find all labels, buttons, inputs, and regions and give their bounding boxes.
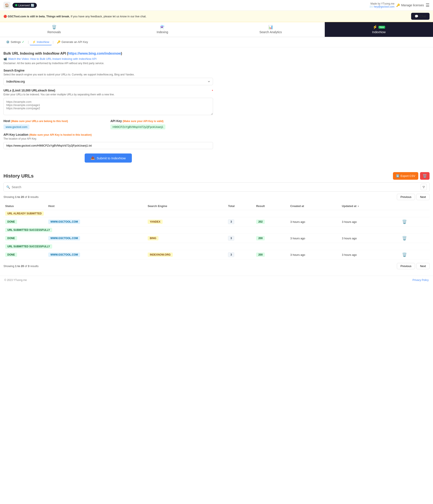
total-badge: 3 <box>228 219 234 224</box>
email-link[interactable]: ✉️ hey@gsctool.com <box>370 5 394 8</box>
sub-nav-indexnow[interactable]: ⚡ IndexNow <box>30 39 52 45</box>
history-header: History URLs ⬇️ Export CSV 🗑️ <box>3 171 430 180</box>
urls-textarea[interactable] <box>3 98 213 115</box>
license-badge[interactable]: Licensed 🔄 <box>13 3 37 8</box>
apikey-col: API Key (Make sure your API Key is valid… <box>110 119 213 129</box>
manage-licenses-label: Manage licenses <box>401 3 424 7</box>
host-badge: WWW.GSCTOOL.COM <box>48 220 80 224</box>
table-group-row: URL SUBMITTED SUCCESSFULLY <box>3 226 430 234</box>
cell-updated-at: 3 hours ago <box>340 217 399 226</box>
cell-delete: 🗑️ <box>399 234 430 243</box>
cell-created-at: 3 hours ago <box>289 234 340 243</box>
search-engine-sublabel: Select the search engine you want to sub… <box>3 73 213 76</box>
cell-status: DONE <box>3 217 47 226</box>
tab-search-analytics[interactable]: 📊 Search Analytics <box>216 22 325 37</box>
tab-indexnow[interactable]: ⚡ New IndexNow <box>325 22 433 37</box>
history-title: History URLs <box>3 173 34 179</box>
col-actions <box>399 202 430 210</box>
search-engine-select[interactable]: IndexNow.org Bing Yandex <box>3 78 213 85</box>
host-value: www.gsctool.com <box>3 125 29 129</box>
api-key-location-text: API Key Location <box>3 133 28 136</box>
delete-all-button[interactable]: 🗑️ <box>420 172 430 180</box>
beta-normal: If you have any feedback, please let us … <box>71 15 147 18</box>
export-csv-button[interactable]: ⬇️ Export CSV <box>393 172 418 180</box>
host-label-text: Host <box>3 119 10 123</box>
privacy-policy-link[interactable]: Privacy Policy <box>412 279 429 282</box>
col-host: Host <box>47 202 146 210</box>
sub-nav-sep1: | <box>28 40 29 44</box>
new-badge: New <box>378 26 385 29</box>
filter-button[interactable]: ▽ <box>421 184 427 190</box>
urls-label: URLs (Limit 10,000 URLs/each time) <box>3 89 55 92</box>
delete-row-button[interactable]: 🗑️ <box>401 219 408 225</box>
table-group-row: URL ALREADY SUBMITTED <box>3 210 430 217</box>
delete-row-button[interactable]: 🗑️ <box>401 252 408 258</box>
cell-delete: 🗑️ <box>399 217 430 226</box>
cell-total: 3 <box>226 234 254 243</box>
video-link[interactable]: 📹 Watch the Video: How to Bulk URL Insta… <box>3 57 213 61</box>
table-body: URL ALREADY SUBMITTEDDONEWWW.GSCTOOL.COM… <box>3 210 430 260</box>
submit-area: 📤 Submit to IndexNow <box>3 153 213 162</box>
col-search-engine: Search Engine <box>146 202 226 210</box>
table-row: DONEWWW.GSCTOOL.COMINDEXNOW.ORG32003 hou… <box>3 250 430 260</box>
chat-button[interactable]: 💬 Chat <box>411 13 430 20</box>
page-title: Bulk URL Indexing with IndexNow API (htt… <box>3 52 213 55</box>
cell-result: 202 <box>254 217 289 226</box>
cell-status: DONE <box>3 250 47 260</box>
license-icon: 🔄 <box>31 4 34 7</box>
search-engine-section: Search Engine Select the search engine y… <box>3 69 213 85</box>
showing-row-top: Showing 1 to 20 of 3 results Previous Ne… <box>3 194 430 200</box>
export-label: Export CSV <box>400 174 415 178</box>
group-badge: URL SUBMITTED SUCCESSFULLY <box>5 228 52 232</box>
search-engine-label: Search Engine <box>3 69 213 72</box>
removals-icon: 🗑️ <box>52 25 57 29</box>
col-created-at: Created at <box>289 202 340 210</box>
status-badge: DONE <box>5 252 17 257</box>
previous-button-bottom[interactable]: Previous <box>397 263 415 269</box>
hamburger-menu[interactable]: ☰ <box>426 3 430 8</box>
next-button-top[interactable]: Next <box>416 194 430 200</box>
home-button[interactable]: 🏠 <box>3 2 10 9</box>
search-icon: 🔍 <box>6 185 10 189</box>
result-badge: 200 <box>256 236 265 240</box>
col-total: Total <box>226 202 254 210</box>
page-title-suffix: ) <box>121 52 122 55</box>
api-key-location-section: API Key Location (Make sure your API Key… <box>3 133 213 149</box>
next-button-bottom[interactable]: Next <box>416 263 430 269</box>
cell-total: 3 <box>226 217 254 226</box>
cell-host: WWW.GSCTOOL.COM <box>47 250 146 260</box>
history-table: Status Host Search Engine Total Result C… <box>3 202 430 260</box>
indexnow-api-link[interactable]: https://www.bing.com/indexnow <box>68 52 121 55</box>
showing-row-bottom: Showing 1 to 20 of 3 results Previous Ne… <box>3 263 430 269</box>
pagination-top: Previous Next <box>397 194 430 200</box>
made-by-info: Made by YTuong.me ✉️ hey@gsctool.com <box>370 2 394 8</box>
table-group-label: URL SUBMITTED SUCCESSFULLY <box>3 226 430 234</box>
delete-row-button[interactable]: 🗑️ <box>401 235 408 241</box>
page-title-prefix: Bulk URL Indexing with IndexNow API ( <box>3 52 68 55</box>
sub-nav-generate-api-key[interactable]: 🔑 Generate an API Key <box>54 39 90 45</box>
host-badge: WWW.GSCTOOL.COM <box>48 252 80 257</box>
search-engine-badge: INDEXNOW.ORG <box>148 252 173 257</box>
api-key-location-input[interactable] <box>3 142 213 149</box>
host-orange: (Make sure your URLs are belong to this … <box>11 120 68 123</box>
email-text: hey@gsctool.com <box>374 5 394 8</box>
manage-licenses-btn[interactable]: 🔑 Manage licenses <box>396 3 424 7</box>
beta-text: 🔴 GSCTool.com is still in beta. Things w… <box>3 15 146 18</box>
table-group-label: URL ALREADY SUBMITTED <box>3 210 430 217</box>
submit-indexnow-button[interactable]: 📤 Submit to IndexNow <box>85 153 132 162</box>
sort-icon: ▼ <box>357 205 359 207</box>
required-star: * <box>212 89 213 93</box>
search-input[interactable] <box>12 185 419 189</box>
settings-icon: ⚙️ <box>6 40 9 44</box>
settings-check-icon: ✓ <box>22 40 25 44</box>
previous-button-top[interactable]: Previous <box>397 194 415 200</box>
tab-indexing[interactable]: ⚗️ Indexing <box>108 22 216 37</box>
apikey-label: API Key (Make sure your API Key is valid… <box>110 119 213 123</box>
search-engine-badge: YANDEX <box>148 220 163 224</box>
result-badge: 202 <box>256 220 265 224</box>
sub-nav-settings[interactable]: ⚙️ Settings ✓ <box>3 39 27 45</box>
sub-generate-label: Generate an API Key <box>61 40 88 44</box>
tab-removals[interactable]: 🗑️ Removals <box>0 22 108 37</box>
status-badge: DONE <box>5 236 17 240</box>
removals-label: Removals <box>47 30 61 34</box>
